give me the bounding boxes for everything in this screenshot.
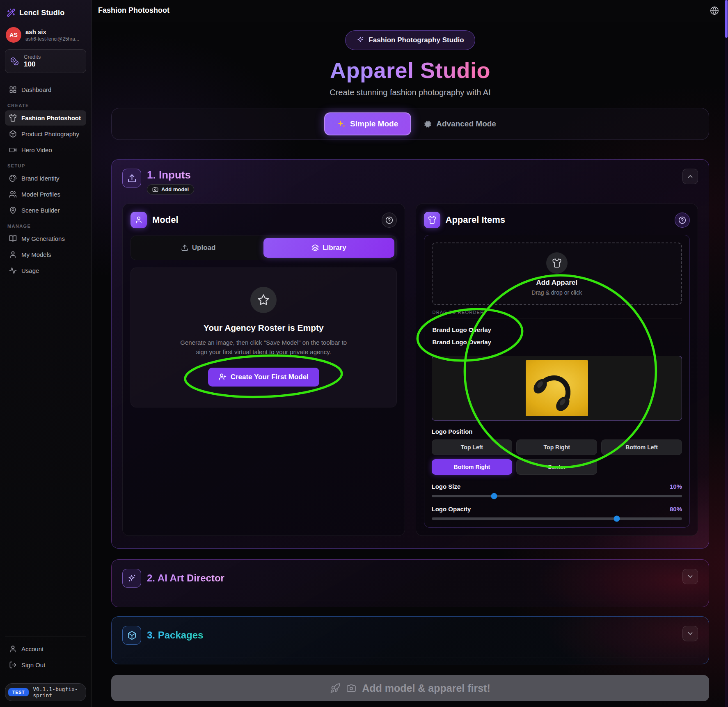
tab-library[interactable]: Library (263, 238, 394, 258)
page-subtitle: Create stunning fashion photography with… (330, 88, 490, 97)
position-top-left-button[interactable]: Top Left (432, 439, 513, 455)
logo-size-slider-thumb[interactable] (491, 493, 497, 499)
logo-opacity-slider[interactable] (432, 517, 682, 520)
packages-expand-button[interactable] (682, 626, 698, 641)
tab-upload[interactable]: Upload (133, 238, 263, 258)
help-circle-icon (678, 216, 686, 224)
add-model-badge-label: Add model (161, 186, 189, 192)
chevron-down-icon (687, 630, 694, 637)
divider (111, 150, 709, 150)
create-first-model-button[interactable]: Create Your First Model (208, 368, 319, 387)
chevron-up-icon (687, 173, 694, 180)
generate-disabled-label: Add model & apparel first! (362, 682, 490, 694)
model-help-button[interactable] (382, 213, 397, 228)
sidebar-item-dashboard[interactable]: Dashboard (5, 82, 86, 97)
book-open-icon (9, 235, 17, 243)
position-top-right-button[interactable]: Top Right (516, 439, 597, 455)
model-empty-state: Your Agency Roster is Empty Generate an … (130, 268, 397, 407)
art-director-header[interactable]: 2. AI Art Director (122, 569, 698, 588)
logo-position-options: Top Left Top Right Bottom Left Bottom Ri… (432, 439, 682, 475)
logo-opacity-slider-thumb[interactable] (614, 516, 620, 522)
apparel-help-button[interactable] (675, 213, 690, 228)
sidebar-item-my-generations[interactable]: My Generations (5, 231, 86, 246)
add-model-badge: Add model (147, 184, 194, 194)
layers-icon (311, 244, 319, 252)
content-scroll-area: Fashion Photography Studio Apparel Studi… (92, 21, 728, 707)
video-camera-icon (9, 146, 17, 154)
model-card-header: Model (130, 212, 397, 228)
brand-logo-image (526, 360, 588, 416)
sidebar-item-sign-out[interactable]: Sign Out (5, 657, 86, 673)
apparel-dropzone[interactable]: Add Apparel Drag & drop or click (432, 243, 682, 305)
logout-icon (9, 661, 17, 669)
sidebar-item-scene-builder[interactable]: Scene Builder (5, 203, 86, 218)
env-badge: TEST (8, 688, 29, 696)
user-email: ash6-test-lenci@25hra... (25, 36, 79, 42)
rocket-icon (330, 683, 341, 693)
sidebar-item-hero-video[interactable]: Hero Video (5, 142, 86, 158)
sidebar-item-fashion-photoshoot[interactable]: Fashion Photoshoot (5, 110, 86, 126)
gear-icon (424, 120, 432, 128)
sidebar-item-brand-identity[interactable]: Brand Identity (5, 171, 86, 186)
version-pill: TEST V0.1.1-bugfix-sprint (5, 683, 86, 701)
sidebar-item-product-photography[interactable]: Product Photography (5, 126, 86, 142)
studio-badge: Fashion Photography Studio (345, 30, 475, 50)
scrollbar[interactable] (725, 0, 728, 707)
user-icon (9, 251, 17, 259)
user-name: ash six (25, 28, 79, 35)
hero: Fashion Photography Studio Apparel Studi… (111, 30, 709, 97)
position-center-button[interactable]: Center (516, 459, 597, 475)
packages-title: 3. Packages (147, 629, 203, 641)
coins-icon (10, 57, 19, 66)
app-logo: Lenci Studio (5, 7, 86, 17)
topbar: Fashion Photoshoot (92, 0, 728, 21)
activity-icon (9, 267, 17, 275)
sidebar-item-model-profiles[interactable]: Model Profiles (5, 187, 86, 202)
magic-wand-icon (7, 8, 16, 17)
simple-mode-button[interactable]: Simple Mode (324, 112, 411, 135)
tshirt-icon (552, 258, 562, 268)
scrollbar-thumb[interactable] (725, 0, 728, 38)
art-director-title: 2. AI Art Director (147, 572, 224, 584)
avatar: AS (6, 27, 21, 43)
sidebar: Lenci Studio AS ash six ash6-test-lenci@… (0, 0, 92, 707)
empty-state-description: Generate an image, then click "Save Mode… (177, 338, 350, 357)
position-bottom-right-button[interactable]: Bottom Right (432, 459, 513, 475)
inputs-section: 1. Inputs Add model (111, 159, 709, 549)
brand-logo-overlay-group: Brand Logo Overlay Brand Logo Overlay (432, 320, 682, 352)
user-profile[interactable]: AS ash six ash6-test-lenci@25hra... (6, 27, 85, 43)
inputs-collapse-button[interactable] (682, 169, 698, 184)
chevron-down-icon (687, 573, 694, 580)
generate-disabled-button[interactable]: Add model & apparel first! (111, 675, 709, 701)
dropzone-title: Add Apparel (536, 279, 577, 287)
sidebar-item-my-models[interactable]: My Models (5, 247, 86, 262)
sparkles-icon (337, 120, 346, 128)
art-director-expand-button[interactable] (682, 569, 698, 584)
map-pin-icon (9, 206, 17, 214)
inputs-section-title: 1. Inputs (147, 169, 194, 181)
model-card-title: Model (152, 215, 179, 225)
brand-logo-overlay-label: Brand Logo Overlay (433, 326, 682, 333)
sidebar-item-usage[interactable]: Usage (5, 263, 86, 278)
app-name: Lenci Studio (19, 9, 64, 17)
position-bottom-left-button[interactable]: Bottom Left (601, 439, 682, 455)
logo-preview-panel (432, 356, 682, 421)
logo-size-slider[interactable] (432, 495, 682, 497)
dropzone-subtitle: Drag & drop or click (531, 289, 582, 296)
upload-icon (127, 174, 137, 183)
packages-section: 3. Packages (111, 616, 709, 664)
packages-header[interactable]: 3. Packages (122, 626, 698, 645)
ai-sparkles-icon (122, 569, 141, 588)
sidebar-item-account[interactable]: Account (5, 641, 86, 657)
page-title: Fashion Photoshoot (98, 6, 169, 15)
user-plus-icon (219, 373, 227, 381)
logo-size-label: Logo Size (432, 483, 461, 490)
users-icon (9, 190, 17, 198)
upload-section-icon-button[interactable] (122, 169, 141, 188)
package-icon (9, 130, 17, 138)
advanced-mode-button[interactable]: Advanced Mode (424, 119, 496, 128)
globe-icon[interactable] (710, 6, 719, 15)
credits-label: Credits (24, 54, 41, 60)
divider (432, 318, 682, 318)
credits-card[interactable]: Credits 100 (5, 49, 86, 73)
